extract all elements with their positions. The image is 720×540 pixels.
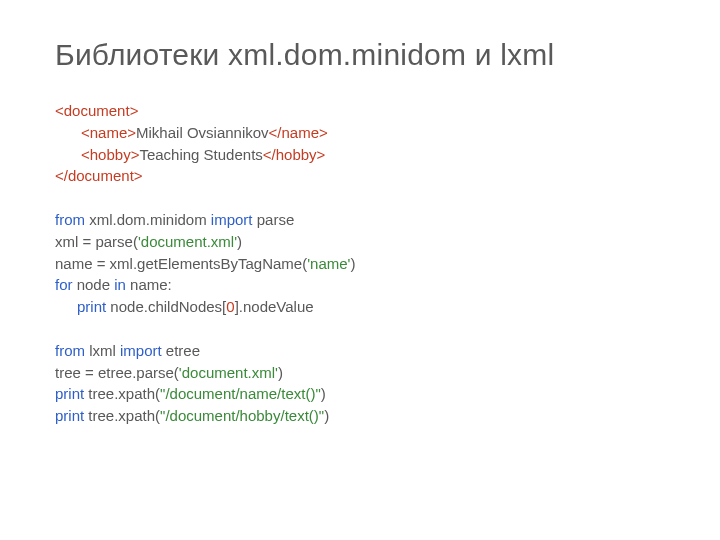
xml-text: Mikhail Ovsiannikov <box>136 124 269 141</box>
code-text: node <box>73 276 115 293</box>
xml-tag: </hobby> <box>263 146 326 163</box>
string-literal: "/document/name/text()" <box>160 385 321 402</box>
code-text: tree = etree.parse( <box>55 364 179 381</box>
xml-tag: </name> <box>269 124 328 141</box>
code-text: ) <box>350 255 355 272</box>
python-lxml: from lxml import etree tree = etree.pars… <box>55 340 665 427</box>
kw-import: import <box>211 211 253 228</box>
number-literal: 0 <box>226 298 234 315</box>
code-text: node.childNodes[ <box>106 298 226 315</box>
code-text: ) <box>321 385 326 402</box>
xml-text: Teaching Students <box>139 146 262 163</box>
xml-tag: </document> <box>55 167 143 184</box>
xml-tag: <hobby> <box>81 146 139 163</box>
code-text: ) <box>278 364 283 381</box>
code-text: ) <box>324 407 329 424</box>
string-literal: "/document/hobby/text()" <box>160 407 324 424</box>
kw-from: from <box>55 211 85 228</box>
code-text: name: <box>126 276 172 293</box>
kw-in: in <box>114 276 126 293</box>
code-text: parse <box>253 211 295 228</box>
kw-import: import <box>120 342 162 359</box>
slide: Библиотеки xml.dom.minidom и lxml <docum… <box>0 0 720 427</box>
string-literal: 'document.xml' <box>179 364 278 381</box>
xml-tag: <document> <box>55 102 138 119</box>
python-minidom: from xml.dom.minidom import parse xml = … <box>55 209 665 318</box>
kw-for: for <box>55 276 73 293</box>
xml-tag: <name> <box>81 124 136 141</box>
page-title: Библиотеки xml.dom.minidom и lxml <box>55 38 665 72</box>
kw-print: print <box>77 298 106 315</box>
string-literal: 'name' <box>307 255 350 272</box>
kw-print: print <box>55 385 84 402</box>
kw-from: from <box>55 342 85 359</box>
code-text: ].nodeValue <box>235 298 314 315</box>
code-text: lxml <box>85 342 120 359</box>
code-text: name = xml.getElementsByTagName( <box>55 255 307 272</box>
code-text: tree.xpath( <box>84 385 160 402</box>
code-text: etree <box>162 342 200 359</box>
code-text: xml.dom.minidom <box>85 211 211 228</box>
string-literal: 'document.xml' <box>138 233 237 250</box>
code-text: tree.xpath( <box>84 407 160 424</box>
xml-sample: <document> <name>Mikhail Ovsiannikov</na… <box>55 100 665 187</box>
code-text: xml = parse( <box>55 233 138 250</box>
code-text: ) <box>237 233 242 250</box>
kw-print: print <box>55 407 84 424</box>
